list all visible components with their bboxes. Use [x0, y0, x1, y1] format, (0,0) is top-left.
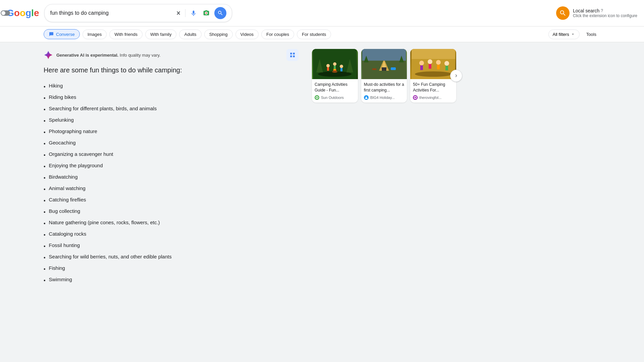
svg-point-11 [340, 65, 343, 68]
logo-letter-e: e [34, 8, 39, 18]
list-item: Fishing [44, 263, 299, 275]
card-source-1: Sun Outdoors [315, 95, 355, 100]
card-source-2: BIG4 Holiday... [364, 95, 405, 100]
main-content: Generative AI is experimental. Info qual… [0, 42, 644, 362]
filter-chip-videos[interactable]: Videos [235, 29, 259, 39]
result-card-3[interactable]: 50+ Fun Camping Activities For... therov… [410, 49, 456, 103]
filter-chip-with-friends[interactable]: With friends [109, 29, 143, 39]
cards-panel: Camping Activities Guide - Fun... Sun Ou… [312, 49, 456, 357]
ai-panel: Generative AI is experimental. Info qual… [44, 49, 299, 357]
svg-rect-36 [445, 66, 448, 70]
logo-letter-l: l [31, 8, 34, 18]
lens-search-button[interactable] [202, 8, 211, 18]
grid-view-icon [289, 52, 296, 58]
local-search-text: Local search ? Click the extension icon … [573, 8, 637, 18]
local-search-title-label: Local search [573, 8, 599, 13]
svg-rect-30 [420, 65, 423, 70]
svg-point-7 [326, 64, 330, 67]
ai-header: Generative AI is experimental. Info qual… [44, 49, 299, 61]
card-body-3: 50+ Fun Camping Activities For... therov… [410, 79, 456, 103]
microphone-icon [190, 10, 197, 16]
chevron-right-icon [453, 73, 459, 78]
ai-headline: Here are some fun things to do while cam… [44, 66, 299, 74]
clear-search-button[interactable] [175, 10, 182, 16]
list-item: Hiking [44, 81, 299, 92]
svg-point-35 [444, 61, 449, 66]
card-title-1: Camping Activities Guide - Fun... [315, 82, 355, 93]
filter-label-shopping: Shopping [209, 32, 228, 37]
sun-outdoors-icon [315, 96, 319, 99]
logo-letter-g2: g [25, 8, 31, 18]
voice-search-button[interactable] [189, 8, 198, 18]
filter-label-for-couples: For couples [266, 32, 289, 37]
source-icon-1 [315, 95, 319, 100]
search-bar: fun things to do camping [44, 4, 232, 22]
list-item: Organizing a scavenger hunt [44, 149, 299, 161]
ai-activities-list: Hiking Riding bikes Searching for differ… [44, 81, 299, 286]
list-item: Searching for different plants, birds, a… [44, 104, 299, 115]
svg-rect-22 [372, 68, 376, 70]
card-image-1 [312, 49, 358, 79]
google-logo[interactable]: Google [7, 8, 39, 18]
card-image-svg-1 [313, 49, 357, 79]
result-card-2[interactable]: Must-do activities for a first camping..… [361, 49, 407, 103]
filter-chip-adults[interactable]: Adults [179, 29, 201, 39]
camera-icon [203, 10, 210, 16]
card-title-3: 50+ Fun Camping Activities For... [413, 82, 453, 93]
svg-rect-10 [334, 66, 336, 69]
search-divider [185, 9, 185, 17]
filter-chip-shopping[interactable]: Shopping [204, 29, 233, 39]
svg-point-9 [333, 62, 336, 66]
filter-chip-images[interactable]: Images [83, 29, 107, 39]
list-item: Geocaching [44, 138, 299, 149]
result-card-1[interactable]: Camping Activities Guide - Fun... Sun Ou… [312, 49, 358, 103]
cards-next-button[interactable] [450, 70, 462, 82]
svg-point-3 [332, 71, 337, 73]
search-input[interactable]: fun things to do camping [50, 10, 172, 16]
all-filters-button[interactable]: All filters [548, 29, 580, 39]
converse-icon [49, 32, 54, 37]
search-button[interactable] [214, 7, 226, 19]
list-item: Searching for wild berries, nuts, and ot… [44, 252, 299, 263]
list-item: Spelunking [44, 115, 299, 126]
cards-row: Camping Activities Guide - Fun... Sun Ou… [312, 49, 456, 103]
filter-chip-with-family[interactable]: With family [145, 29, 177, 39]
gemini-icon [44, 50, 53, 60]
card-body-2: Must-do activities for a first camping..… [361, 79, 407, 103]
local-search-magnify-icon [559, 9, 567, 17]
local-search-help-icon[interactable]: ? [601, 8, 603, 13]
list-item: Nature gathering (pine cones, rocks, flo… [44, 218, 299, 229]
svg-rect-20 [382, 67, 386, 71]
filter-chip-for-couples[interactable]: For couples [261, 29, 294, 39]
toggle-knob [1, 11, 5, 15]
list-item: Photographing nature [44, 126, 299, 138]
logo-letter-o1: o [14, 8, 20, 18]
filter-chip-for-students[interactable]: For students [297, 29, 331, 39]
svg-rect-8 [327, 67, 329, 71]
card-source-name-3: therovingfol... [419, 96, 441, 100]
list-item: Riding bikes [44, 92, 299, 104]
svg-point-31 [428, 59, 432, 64]
sidebar-toggle[interactable] [1, 10, 10, 16]
card-image-2 [361, 49, 407, 79]
tools-button[interactable]: Tools [582, 30, 600, 39]
svg-rect-23 [362, 49, 406, 61]
local-search-icon-button[interactable] [556, 6, 570, 20]
local-search-subtitle: Click the extension icon to configure [573, 13, 637, 18]
svg-rect-32 [429, 64, 431, 69]
svg-point-16 [316, 97, 318, 98]
card-image-svg-3 [412, 49, 455, 79]
svg-rect-12 [340, 68, 342, 71]
big4-icon [365, 96, 368, 99]
filter-label-images: Images [88, 32, 102, 37]
svg-rect-21 [391, 67, 396, 70]
all-filters-label: All filters [553, 32, 569, 37]
filter-label-for-students: For students [302, 32, 326, 37]
ai-grid-toggle-button[interactable] [286, 49, 299, 61]
list-item: Bug collecting [44, 206, 299, 218]
svg-rect-34 [437, 65, 440, 69]
local-search-title: Local search ? [573, 8, 637, 13]
list-item: Animal watching [44, 183, 299, 195]
filter-chip-converse[interactable]: Converse [44, 29, 80, 39]
svg-point-29 [419, 61, 424, 65]
